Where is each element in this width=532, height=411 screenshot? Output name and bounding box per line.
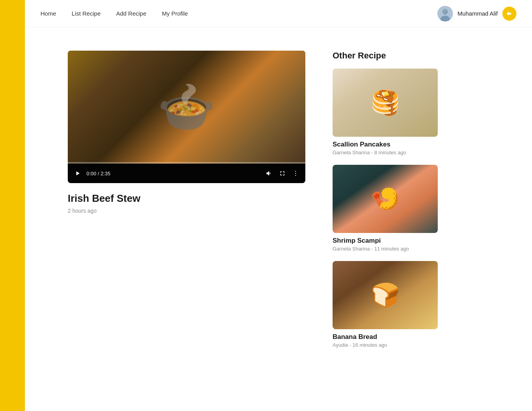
video-controls: 0:00 / 2:35 [68,164,305,183]
list-item[interactable]: 🥞 Scallion Pancakes Garneta Sharina - 8 … [333,69,509,155]
recipe-card-meta: Garneta Sharina - 8 minutes ago [333,150,509,155]
scallion-image: 🥞 [333,69,438,137]
more-options-button[interactable] [291,168,301,178]
left-sidebar-bar [0,0,25,411]
video-time-display: 0:00 / 2:35 [86,171,260,176]
list-item[interactable]: 🍞 Banana Bread Ayudia - 16 minutes ago [333,261,509,348]
video-thumbnail [68,51,305,164]
user-name: Muhammad Alif [458,10,498,17]
svg-point-4 [444,11,444,12]
recipe-card-name: Shrimp Scampi [333,237,509,245]
fullscreen-icon [279,170,286,177]
recipe-card-meta: Garneta Sharina - 11 minutes ago [333,246,509,252]
header: Home List Recipe Add Recipe My Profile M… [25,0,532,27]
recipe-card-meta: Ayudia - 16 minutes ago [333,342,509,348]
svg-point-7 [295,173,296,174]
nav-list-recipe[interactable]: List Recipe [72,10,100,17]
main-content: 0:00 / 2:35 [25,27,532,381]
svg-point-5 [446,11,447,12]
recipe-card-image-scallion: 🥞 [333,69,438,137]
volume-icon [266,170,273,177]
video-controls-right [264,168,301,178]
video-player[interactable]: 0:00 / 2:35 [68,51,305,183]
main-recipe-section: 0:00 / 2:35 [68,51,309,357]
svg-point-6 [295,171,296,172]
logout-icon [506,10,513,17]
list-item[interactable]: 🍤 Shrimp Scampi Garneta Sharina - 11 min… [333,165,509,252]
avatar-image [437,6,453,21]
banana-image: 🍞 [333,261,438,329]
fullscreen-button[interactable] [277,168,287,178]
nav-home[interactable]: Home [41,10,56,17]
nav-my-profile[interactable]: My Profile [162,10,188,17]
recipe-title: Irish Beef Stew [68,192,309,205]
nav-add-recipe[interactable]: Add Recipe [116,10,146,17]
logout-button[interactable] [502,7,516,21]
play-button[interactable] [72,168,83,178]
avatar [437,6,453,21]
recipe-card-image-banana: 🍞 [333,261,438,329]
other-recipes-section: Other Recipe 🥞 Scallion Pancakes Garneta… [333,51,509,357]
recipe-time: 2 hours ago [68,208,309,214]
nav-links: Home List Recipe Add Recipe My Profile [41,10,437,17]
more-options-icon [292,170,299,177]
play-icon [74,170,81,177]
shrimp-image: 🍤 [333,165,438,233]
recipe-card-name: Scallion Pancakes [333,141,509,148]
recipe-card-name: Banana Bread [333,333,509,341]
recipe-card-image-shrimp: 🍤 [333,165,438,233]
other-recipes-title: Other Recipe [333,51,509,61]
volume-button[interactable] [264,168,274,178]
beef-stew-image [68,51,305,164]
user-area: Muhammad Alif [437,6,516,21]
svg-point-8 [295,175,296,176]
